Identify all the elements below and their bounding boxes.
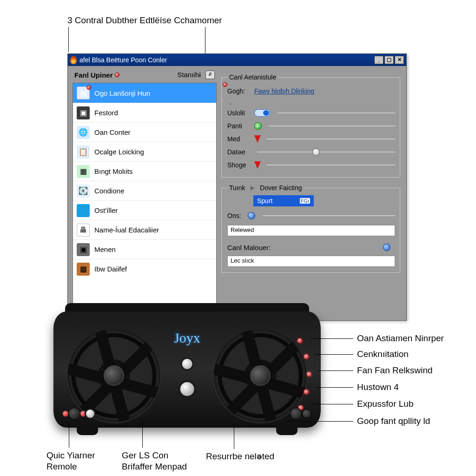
status-led-icon bbox=[298, 338, 302, 343]
setting-label: Med bbox=[227, 135, 254, 143]
base-knob[interactable] bbox=[290, 408, 302, 420]
list-item[interactable]: ▦ Bıngt Molıits bbox=[73, 161, 216, 181]
slider[interactable] bbox=[266, 139, 395, 139]
setting-row: Panti ✓ bbox=[227, 119, 395, 132]
list-item[interactable]: ▤ Ogo Lanšonji Hun bbox=[73, 83, 216, 103]
arrow-right-icon bbox=[251, 186, 254, 191]
lec-input[interactable]: Lec slıck bbox=[227, 256, 395, 267]
setting-label: Panti bbox=[227, 122, 254, 130]
category-list: ▤ Ogo Lanšonji Hun ▣ Festord 🌐 Oan Conte… bbox=[73, 83, 217, 315]
base-controls bbox=[63, 405, 311, 422]
slider[interactable] bbox=[257, 152, 395, 152]
list-item-label: Ibw Daiifef bbox=[94, 265, 127, 273]
left-header-right: Stanıihɨ bbox=[177, 71, 201, 79]
group-faicting: Tuınk Dover Faicting Spurt FGı Ons: Rele… bbox=[221, 184, 400, 273]
slider[interactable] bbox=[278, 112, 395, 113]
orb-icon[interactable] bbox=[248, 212, 255, 219]
app-flame-icon bbox=[70, 56, 77, 64]
check-icon[interactable]: ✓ bbox=[254, 122, 262, 130]
list-item-label: Bıngt Molıits bbox=[94, 167, 133, 175]
callout-right-d: Hustown 4 bbox=[357, 382, 399, 393]
callout-right-f: Goop fant qpllity ld bbox=[357, 416, 430, 427]
list-item-label: Oan Conter bbox=[94, 128, 131, 136]
window-title: afel Blsa Beëture Poon Conler bbox=[79, 56, 167, 64]
leader-line bbox=[68, 27, 69, 52]
callout-bottom-b2: Brifaffer Menpad bbox=[122, 461, 187, 473]
status-dot-icon bbox=[115, 73, 119, 77]
leader-line bbox=[317, 370, 353, 371]
status-led-icon bbox=[304, 390, 309, 394]
list-item[interactable]: 🌐 Oan Conter bbox=[73, 122, 216, 142]
ons-row: Ons: bbox=[227, 209, 395, 222]
toggle-switch[interactable] bbox=[254, 109, 270, 117]
relewed-input[interactable]: Relewed bbox=[227, 225, 395, 236]
group-legend: Canl Aetanistule bbox=[227, 73, 278, 81]
setting-row: Datəe bbox=[227, 145, 395, 159]
slider[interactable] bbox=[269, 126, 395, 126]
malouer-row: Canl Malouer: bbox=[227, 241, 395, 254]
callout-bottom-a1: Quic Yiarner bbox=[46, 450, 95, 462]
list-item[interactable]: 🖶 Name-Íual Edacaliier bbox=[73, 220, 216, 239]
list-item[interactable]: ▩ Ibw Daiifef bbox=[73, 259, 216, 278]
left-header-title: Fanl Upiner bbox=[74, 71, 113, 79]
setting-row: Uslolit bbox=[227, 106, 395, 119]
leader-line bbox=[142, 422, 143, 448]
device-logo: Joyx bbox=[174, 330, 200, 346]
list-item[interactable]: 📋 Ocalge Loicking bbox=[73, 142, 216, 161]
callout-bottom-c: Resurrbe neləted bbox=[206, 451, 274, 463]
list-item[interactable]: ▣ Festord bbox=[73, 103, 216, 122]
status-led-icon bbox=[307, 372, 311, 377]
power-led-icon bbox=[63, 411, 68, 416]
list-item[interactable]: Ost'íller bbox=[73, 200, 216, 220]
globe-icon: 🌐 bbox=[77, 126, 90, 139]
disk-icon: 💽 bbox=[77, 185, 90, 198]
setting-label: Datəe bbox=[227, 148, 254, 156]
spurt-selector[interactable]: Spurt FGı bbox=[253, 195, 314, 206]
callout-bottom-b1: Ger LS Con bbox=[122, 450, 168, 462]
setting-row: Shoge bbox=[227, 159, 395, 172]
orb-icon[interactable] bbox=[383, 244, 390, 251]
caret-icon: ˬ bbox=[229, 99, 395, 105]
status-dot-icon bbox=[223, 82, 227, 87]
setting-row: Med bbox=[227, 132, 395, 145]
monitor-icon: ▣ bbox=[77, 106, 90, 119]
panel-icon: ▣ bbox=[77, 243, 90, 256]
list-item-label: Ost'íller bbox=[94, 206, 118, 214]
titlebar: afel Blsa Beëture Poon Conler _ ▢ ✕ bbox=[68, 54, 406, 66]
tile-icon bbox=[77, 204, 90, 217]
leader-line bbox=[314, 354, 353, 355]
leader-line bbox=[285, 421, 353, 422]
center-knob[interactable] bbox=[180, 382, 194, 396]
printer-icon: 🖶 bbox=[77, 224, 90, 237]
link-row: Gogh: Fawy hinbıh Dliriking bbox=[227, 85, 395, 98]
slider[interactable] bbox=[266, 165, 395, 165]
arrow-down-icon bbox=[254, 161, 261, 169]
center-button[interactable] bbox=[182, 359, 192, 369]
list-item-label: Menen bbox=[94, 245, 116, 253]
status-led-icon bbox=[304, 354, 309, 359]
sort-toggle-button[interactable]: ⇵ bbox=[205, 71, 215, 79]
base-button[interactable] bbox=[86, 410, 94, 418]
app-window: afel Blsa Beëture Poon Conler _ ▢ ✕ Fanl… bbox=[67, 53, 407, 321]
base-knob[interactable] bbox=[302, 409, 311, 418]
slider[interactable] bbox=[263, 215, 395, 216]
fan-controller-device: Joyx bbox=[40, 302, 335, 437]
list-item[interactable]: 💽 Condione bbox=[73, 181, 216, 200]
grid-icon: ▦ bbox=[77, 165, 90, 178]
list-item[interactable]: ▣ Menen bbox=[73, 239, 216, 259]
link-value[interactable]: Fawy hinbıh Dliriking bbox=[254, 87, 314, 95]
spurt-tag: FGı bbox=[300, 198, 310, 204]
maximize-button[interactable]: ▢ bbox=[384, 56, 394, 64]
setting-label: Uslolit bbox=[227, 109, 254, 117]
leader-line bbox=[317, 370, 318, 371]
leader-line bbox=[311, 338, 353, 339]
arrow-down-icon bbox=[254, 135, 261, 143]
minimize-button[interactable]: _ bbox=[374, 56, 383, 64]
base-knob[interactable] bbox=[68, 408, 80, 420]
list-item-label: Ogo Lanšonji Hun bbox=[94, 89, 150, 97]
group-legend: Tuınk Dover Faicting bbox=[227, 184, 304, 192]
leader-line bbox=[311, 404, 353, 404]
close-button[interactable]: ✕ bbox=[395, 56, 404, 64]
list-item-label: Ocalge Loicking bbox=[94, 148, 144, 156]
list-item-label: Name-Íual Edacaliier bbox=[94, 226, 159, 234]
